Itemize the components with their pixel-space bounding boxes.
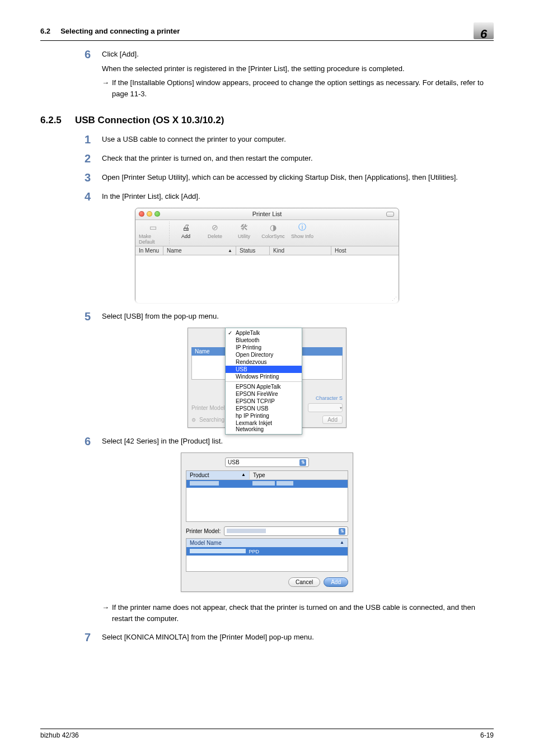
section-title: USB Connection (OS X 10.3/10.2) bbox=[75, 115, 224, 126]
sort-asc-icon: ▲ bbox=[228, 248, 232, 253]
cancel-button[interactable]: Cancel bbox=[288, 577, 320, 587]
menu-epson-firewire[interactable]: EPSON FireWire bbox=[226, 390, 302, 398]
menu-hp-ip[interactable]: hp IP Printing bbox=[226, 412, 302, 419]
menu-usb[interactable]: USB bbox=[226, 366, 302, 373]
model-row-selected[interactable]: PPD bbox=[186, 547, 348, 556]
make-default-button[interactable]: ▭ Make Default bbox=[139, 222, 167, 245]
step-number-6: 6 bbox=[40, 436, 102, 447]
printer-list-window: Printer List ▭ Make Default 🖨 Add ⊘ bbox=[135, 208, 399, 302]
footer-right: 6-19 bbox=[480, 731, 494, 739]
protocol-popup-menu[interactable]: AppleTalk Bluetooth IP Printing Open Dir… bbox=[225, 328, 302, 435]
menu-bluetooth[interactable]: Bluetooth bbox=[226, 337, 302, 344]
step-6-pre-arrow-text: If the [Installable Options] window appe… bbox=[112, 77, 494, 99]
usb-add-printer-window: USB ⇅ Product▲ Type bbox=[181, 452, 353, 592]
step-number-4: 4 bbox=[40, 191, 102, 202]
step-5-text: Select [USB] from the pop-up menu. bbox=[102, 311, 494, 322]
step-number-6-pre: 6 bbox=[40, 49, 102, 99]
printer-model-select[interactable]: ▾ bbox=[308, 403, 343, 412]
delete-button[interactable]: ⊘ Delete bbox=[201, 222, 229, 239]
chapter-badge: 6 bbox=[474, 22, 494, 39]
add-icon: 🖨 bbox=[180, 222, 191, 233]
header-section-number: 6.2 bbox=[40, 27, 50, 35]
add-button[interactable]: Add bbox=[324, 577, 348, 587]
col-status[interactable]: Status bbox=[236, 246, 270, 255]
colorsync-icon: ◑ bbox=[268, 222, 279, 233]
step-number-2: 2 bbox=[40, 153, 102, 164]
menu-windows-printing[interactable]: Windows Printing bbox=[226, 373, 302, 380]
printer-model-label: Printer Model: bbox=[191, 405, 226, 411]
step-2-text: Check that the printer is turned on, and… bbox=[102, 153, 494, 164]
dropdown-icon: ⇅ bbox=[339, 528, 345, 535]
product-column-header[interactable]: Product▲ bbox=[186, 471, 250, 479]
model-name-column-header[interactable]: Model Name ▲ bbox=[186, 539, 348, 547]
utility-button[interactable]: 🛠 Utility bbox=[230, 222, 258, 239]
delete-icon: ⊘ bbox=[209, 222, 221, 233]
info-icon: ⓘ bbox=[297, 222, 308, 233]
step-1-text: Use a USB cable to connect the printer t… bbox=[102, 134, 494, 145]
col-host[interactable]: Host bbox=[331, 246, 399, 255]
colorsync-button[interactable]: ◑ ColorSync bbox=[259, 222, 287, 239]
toolbar-toggle-icon[interactable] bbox=[386, 212, 394, 217]
make-default-icon: ▭ bbox=[147, 222, 158, 233]
protocol-select[interactable]: USB ⇅ bbox=[225, 458, 309, 467]
menu-appletalk[interactable]: AppleTalk bbox=[226, 329, 302, 337]
close-icon[interactable] bbox=[139, 211, 144, 217]
type-column-header[interactable]: Type bbox=[250, 471, 348, 479]
step-number-1: 1 bbox=[40, 134, 102, 145]
window-title: Printer List bbox=[135, 211, 399, 217]
zoom-icon[interactable] bbox=[154, 211, 160, 217]
menu-open-directory[interactable]: Open Directory bbox=[226, 351, 302, 358]
show-info-button[interactable]: ⓘ Show Info bbox=[288, 222, 316, 239]
col-name[interactable]: Name▲ bbox=[163, 246, 236, 255]
menu-epson-tcpip[interactable]: EPSON TCP/IP bbox=[226, 398, 302, 405]
menu-lexmark[interactable]: Lexmark Inkjet Networking bbox=[226, 419, 302, 433]
step-6-pre-text: Click [Add]. bbox=[102, 49, 494, 60]
step-number-3: 3 bbox=[40, 172, 102, 183]
step-6-arrow-text: If the printer name does not appear, che… bbox=[112, 602, 494, 624]
step-7-text: Select [KONICA MINOLTA] from the [Printe… bbox=[102, 632, 494, 643]
menu-epson-usb[interactable]: EPSON USB bbox=[226, 405, 302, 412]
printer-model-label: Printer Model: bbox=[186, 528, 221, 534]
col-in-menu[interactable]: In Menu bbox=[135, 246, 163, 255]
step-6-pre-sub: When the selected printer is registered … bbox=[102, 63, 494, 74]
printer-model-select[interactable]: ⇅ bbox=[224, 526, 348, 536]
step-3-text: Open [Printer Setup Utility], which can … bbox=[102, 172, 494, 183]
section-number: 6.2.5 bbox=[40, 115, 75, 126]
printer-list-body bbox=[135, 255, 399, 303]
utility-icon: 🛠 bbox=[238, 222, 250, 233]
step-4-text: In the [Printer List], click [Add]. bbox=[102, 191, 494, 202]
arrow-icon: → bbox=[102, 77, 112, 99]
protocol-picker-window: AppleTalk Bluetooth IP Printing Open Dir… bbox=[188, 328, 346, 428]
add-button[interactable]: 🖨 Add bbox=[172, 222, 200, 239]
chapter-number: 6 bbox=[480, 27, 487, 41]
arrow-icon: → bbox=[102, 602, 112, 624]
menu-rendezvous[interactable]: Rendezvous bbox=[226, 358, 302, 366]
add-button-dialog[interactable]: Add bbox=[322, 416, 343, 424]
product-row-selected[interactable] bbox=[186, 480, 348, 488]
step-number-5: 5 bbox=[40, 311, 102, 322]
dropdown-icon: ⇅ bbox=[299, 459, 306, 466]
menu-ip-printing[interactable]: IP Printing bbox=[226, 344, 302, 351]
footer-left: bizhub 42/36 bbox=[40, 731, 79, 739]
step-number-7: 7 bbox=[40, 632, 102, 643]
col-kind[interactable]: Kind bbox=[270, 246, 331, 255]
step-6-text: Select [42 Series] in the [Product] list… bbox=[102, 436, 494, 447]
menu-epson-appletalk[interactable]: EPSON AppleTalk bbox=[226, 381, 302, 390]
protocol-select-value: USB bbox=[228, 459, 240, 465]
minimize-icon[interactable] bbox=[147, 211, 152, 217]
header-section-title: Selecting and connecting a printer bbox=[60, 27, 180, 35]
